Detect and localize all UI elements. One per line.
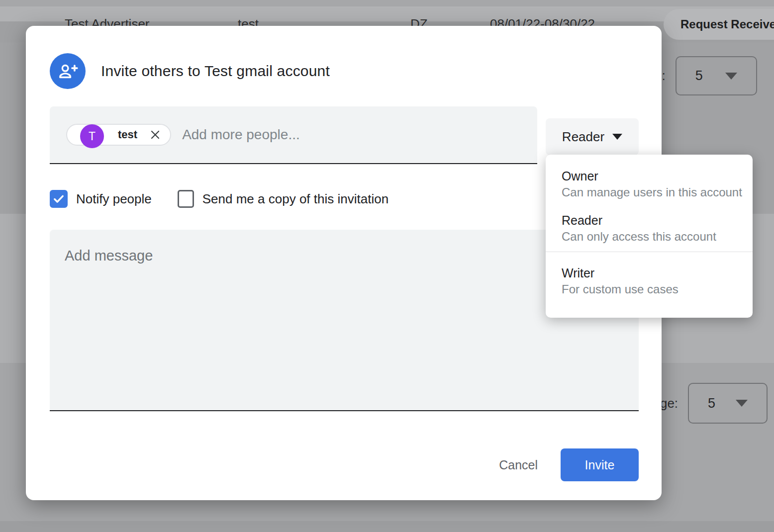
menu-item-description: Can manage users in this account: [562, 184, 753, 201]
chevron-down-icon: [612, 134, 622, 140]
cancel-button[interactable]: Cancel: [495, 453, 542, 477]
menu-item-name: Reader: [562, 212, 753, 228]
invite-button[interactable]: Invite: [561, 448, 639, 481]
menu-item-owner[interactable]: Owner Can manage users in this account: [546, 155, 753, 201]
menu-item-writer[interactable]: Writer For custom use cases: [546, 252, 753, 298]
dialog-actions: Cancel Invite: [495, 448, 639, 481]
avatar: T: [80, 124, 104, 148]
menu-item-description: For custom use cases: [562, 281, 753, 298]
role-dropdown-button[interactable]: Reader: [546, 118, 639, 155]
rows-per-page-value: 5: [695, 68, 703, 84]
message-placeholder: Add message: [65, 248, 153, 264]
rows-per-page-select[interactable]: 5: [676, 56, 757, 95]
rows-per-page-top: e: 5: [655, 56, 757, 95]
chevron-down-icon: [736, 400, 748, 407]
screen: Test Advertiser test DZ 08/01/22-08/30/2…: [0, 0, 774, 532]
remove-recipient-icon[interactable]: [149, 129, 161, 141]
role-dropdown-label: Reader: [562, 129, 604, 145]
recipient-chip-label: test: [118, 128, 137, 141]
send-copy-checkbox[interactable]: [178, 190, 194, 208]
menu-item-description: Can only access this account: [562, 228, 753, 245]
add-people-input[interactable]: T test Add more people...: [50, 106, 537, 164]
options-row: Notify people Send me a copy of this inv…: [50, 190, 388, 208]
background-toolbar-band: [0, 0, 774, 6]
person-add-icon: [50, 53, 86, 89]
rows-per-page-select[interactable]: 5: [688, 383, 768, 424]
dialog-header: Invite others to Test gmail account: [50, 53, 330, 89]
menu-item-name: Owner: [562, 168, 753, 184]
status-badge-label: Request Received: [680, 17, 774, 31]
add-people-placeholder: Add more people...: [182, 127, 300, 143]
recipient-chip[interactable]: T test: [66, 124, 171, 146]
send-copy-label: Send me a copy of this invitation: [202, 191, 388, 207]
status-badge-request-received[interactable]: Request Received: [664, 9, 774, 40]
role-menu: Owner Can manage users in this account R…: [546, 155, 753, 318]
dialog-title: Invite others to Test gmail account: [101, 63, 330, 80]
menu-item-reader[interactable]: Reader Can only access this account: [546, 201, 753, 245]
rows-per-page-bottom: page: 5: [646, 383, 768, 424]
notify-people-label: Notify people: [76, 191, 152, 207]
background-band: [0, 521, 774, 532]
menu-item-name: Writer: [562, 265, 753, 281]
rows-per-page-value: 5: [708, 396, 715, 411]
chevron-down-icon: [725, 73, 737, 80]
notify-people-checkbox[interactable]: [50, 190, 68, 208]
